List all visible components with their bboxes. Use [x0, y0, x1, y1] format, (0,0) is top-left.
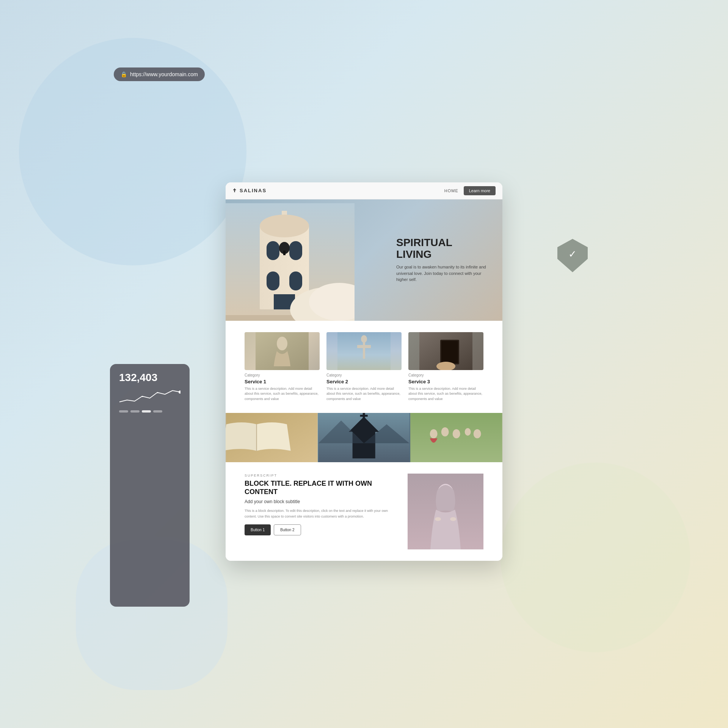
svg-point-43	[435, 517, 441, 521]
svg-rect-7	[289, 241, 302, 260]
learn-more-button[interactable]: Learn more	[464, 186, 496, 195]
block-desc: This is a block description. To edit thi…	[245, 508, 396, 519]
browser-nav: ✝ SALINAS HOME Learn more	[226, 182, 502, 199]
cross-icon: ✝	[232, 188, 237, 193]
nav-home-link[interactable]: HOME	[444, 188, 458, 193]
block-image	[408, 474, 483, 549]
chart-svg	[119, 387, 180, 406]
hero-title: SPIRITUAL LIVING	[396, 237, 491, 260]
lock-icon: 🔒	[121, 71, 127, 77]
svg-point-40	[473, 429, 481, 438]
bg-blob-2	[500, 463, 690, 652]
hero-section: SPIRITUAL LIVING Our goal is to awaken h…	[226, 199, 502, 321]
service-3-desc: This is a service description. Add more …	[408, 386, 483, 402]
block-button-2[interactable]: Button 2	[274, 524, 301, 535]
svg-point-17	[277, 337, 287, 350]
svg-point-38	[452, 429, 460, 438]
service-card-3: Category Service 3 This is a service des…	[408, 332, 483, 402]
block-buttons: Button 1 Button 2	[245, 524, 396, 535]
svg-point-44	[450, 517, 456, 521]
hero-subtitle: Our goal is to awaken humanity to its in…	[396, 264, 491, 283]
svg-point-0	[179, 391, 180, 394]
block-subtitle: Add your own block subtitle	[245, 499, 396, 504]
block-superscript: SUPERSCRIPT	[245, 474, 396, 477]
gallery-item-book	[226, 413, 318, 462]
service-3-image	[408, 332, 483, 370]
shield-check-icon: ✓	[568, 248, 577, 260]
nav-logo: ✝ SALINAS	[232, 188, 267, 193]
service-2-title: Service 2	[326, 379, 402, 384]
svg-point-36	[430, 429, 437, 438]
service-2-desc: This is a service description. Add more …	[326, 386, 402, 402]
url-text: https://www.yourdomain.com	[130, 71, 198, 77]
svg-point-21	[361, 335, 367, 343]
logo-text: SALINAS	[240, 188, 267, 193]
svg-point-39	[464, 428, 471, 436]
service-1-desc: This is a service description. Add more …	[245, 386, 320, 402]
hero-content: SPIRITUAL LIVING Our goal is to awaken h…	[396, 237, 491, 283]
gallery-item-church	[318, 413, 410, 462]
svg-rect-24	[441, 341, 458, 363]
block-section: SUPERSCRIPT BLOCK TITLE. REPLACE IT WITH…	[226, 462, 502, 561]
browser-window: ✝ SALINAS HOME Learn more	[226, 182, 502, 561]
chart-dots	[119, 410, 180, 413]
svg-rect-6	[267, 241, 279, 260]
dot-1	[119, 410, 128, 413]
gallery-section	[226, 413, 502, 462]
gallery-item-family	[410, 413, 502, 462]
service-card-2: Category Service 2 This is a service des…	[326, 332, 402, 402]
svg-rect-9	[283, 251, 286, 255]
shield-shape: ✓	[557, 239, 588, 272]
svg-rect-32	[360, 415, 368, 417]
shield-badge: ✓	[557, 239, 588, 272]
service-3-title: Service 3	[408, 379, 483, 384]
svg-rect-20	[357, 345, 371, 348]
svg-point-37	[441, 427, 449, 436]
stat-number: 132,403	[119, 372, 180, 384]
service-1-image	[245, 332, 320, 370]
nav-links: HOME Learn more	[444, 186, 496, 195]
url-bar: 🔒 https://www.yourdomain.com	[114, 67, 205, 81]
services-grid: Category Service 1 This is a service des…	[245, 332, 483, 402]
block-button-1[interactable]: Button 1	[245, 524, 271, 535]
svg-rect-11	[289, 271, 302, 290]
service-card-1: Category Service 1 This is a service des…	[245, 332, 320, 402]
stats-card: 132,403	[110, 364, 190, 607]
block-title: BLOCK TITLE. REPLACE IT WITH OWN CONTENT	[245, 480, 396, 496]
dot-3	[142, 410, 151, 413]
service-2-category: Category	[326, 373, 402, 377]
service-1-category: Category	[245, 373, 320, 377]
dot-4	[153, 410, 162, 413]
service-3-category: Category	[408, 373, 483, 377]
svg-rect-10	[267, 271, 279, 290]
service-1-title: Service 1	[245, 379, 320, 384]
svg-point-5	[260, 215, 309, 237]
block-content: SUPERSCRIPT BLOCK TITLE. REPLACE IT WITH…	[245, 474, 396, 535]
service-2-image	[326, 332, 402, 370]
dot-2	[130, 410, 140, 413]
church-tower-illustration	[226, 203, 355, 321]
services-section: Category Service 1 This is a service des…	[226, 321, 502, 413]
